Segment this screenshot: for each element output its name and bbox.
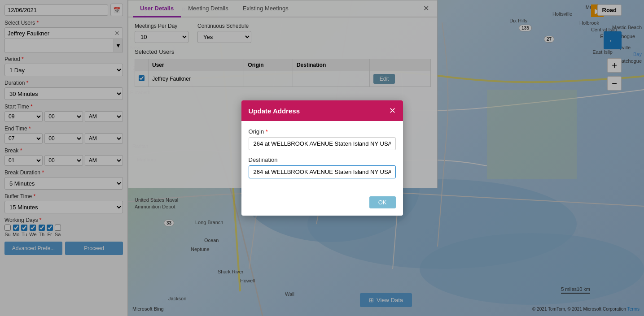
modal-overlay: Update Address ✕ Origin * Destination OK (0, 0, 644, 316)
origin-label: Origin * (249, 128, 396, 135)
modal-ok-button[interactable]: OK (369, 196, 396, 208)
modal-footer: OK (241, 192, 403, 216)
destination-input[interactable] (249, 165, 396, 178)
destination-field: Destination (249, 156, 396, 178)
origin-field: Origin * (249, 128, 396, 150)
modal-close-button[interactable]: ✕ (389, 106, 396, 116)
origin-input[interactable] (249, 137, 396, 150)
modal-header: Update Address ✕ (241, 100, 403, 121)
modal-body: Origin * Destination (241, 121, 403, 192)
update-address-modal: Update Address ✕ Origin * Destination OK (241, 100, 403, 216)
modal-title: Update Address (249, 107, 300, 115)
destination-label: Destination (249, 156, 396, 163)
